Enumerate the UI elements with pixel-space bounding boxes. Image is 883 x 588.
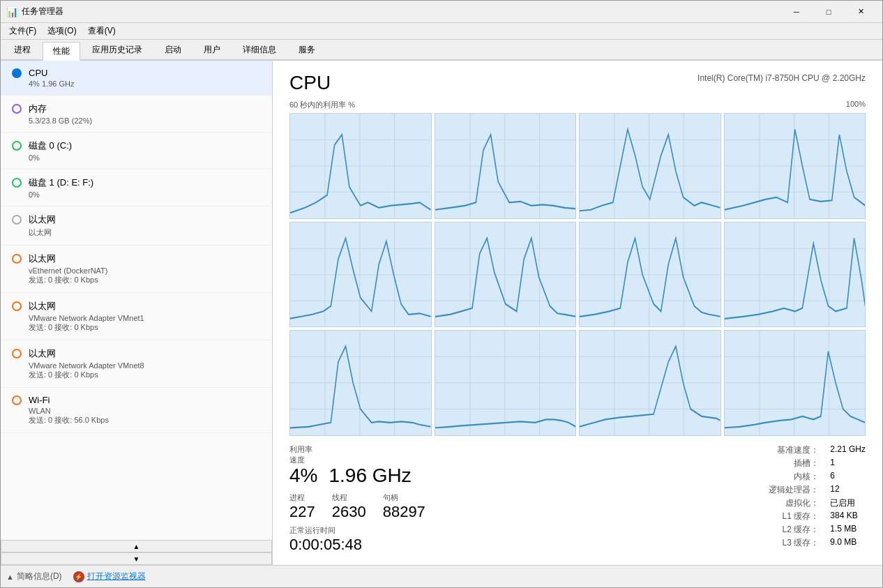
chart-max: 100% bbox=[846, 100, 866, 110]
cpu-graph-9 bbox=[435, 330, 577, 436]
uptime-label: 正常运行时间 bbox=[289, 525, 425, 536]
sidebar-item-ethernet-name: 以太网 bbox=[29, 213, 56, 226]
sidebar-item-disk1[interactable]: 磁盘 1 (D: E: F:) 0% bbox=[1, 169, 272, 206]
sidebar-item-wifi-detail: WLAN bbox=[29, 407, 261, 415]
sidebar-item-vmnet8-detail: VMware Network Adapter VMnet8 bbox=[29, 361, 261, 370]
sidebar-item-vmnet1[interactable]: 以太网 VMware Network Adapter VMnet1 发送: 0 … bbox=[1, 293, 272, 340]
sidebar-item-cpu-header: CPU bbox=[12, 68, 261, 78]
processes-value: 227 bbox=[289, 503, 315, 521]
ethernet-status-dot bbox=[12, 215, 22, 225]
tab-users[interactable]: 用户 bbox=[193, 40, 231, 59]
chevron-up-icon: ▲ bbox=[6, 573, 14, 581]
menu-view[interactable]: 查看(V) bbox=[82, 24, 121, 38]
sidebar-item-disk0-detail: 0% bbox=[29, 153, 261, 162]
close-button[interactable]: ✕ bbox=[845, 1, 877, 23]
tab-processes[interactable]: 进程 bbox=[3, 40, 41, 59]
sidebar-item-cpu-detail: 4% 1.96 GHz bbox=[29, 80, 261, 88]
cpu-graph-6 bbox=[579, 222, 721, 328]
task-manager-window: 📊 任务管理器 ─ □ ✕ 文件(F) 选项(O) 查看(V) 进程 性能 应用… bbox=[0, 0, 883, 588]
sidebar-item-vethernet-docker-detail2: 发送: 0 接收: 0 Kbps bbox=[29, 275, 261, 285]
l1-value: 384 KB bbox=[830, 511, 866, 522]
sidebar-item-wifi-detail2: 发送: 0 接收: 56.0 Kbps bbox=[29, 415, 261, 425]
tab-details[interactable]: 详细信息 bbox=[232, 40, 287, 59]
cpu-graph-5 bbox=[435, 222, 577, 328]
sidebar-scroll[interactable]: CPU 4% 1.96 GHz 内存 5.3/23.8 GB (22%) bbox=[1, 61, 272, 540]
tabbar: 进程 性能 应用历史记录 启动 用户 详细信息 服务 bbox=[1, 40, 882, 61]
cpu-graph-8 bbox=[289, 330, 432, 436]
sidebar-item-wifi[interactable]: Wi-Fi WLAN 发送: 0 接收: 56.0 Kbps bbox=[1, 388, 272, 433]
memory-status-dot bbox=[12, 104, 22, 114]
tab-app-history[interactable]: 应用历史记录 bbox=[82, 40, 153, 59]
speed-value-group: 1.96 GHz bbox=[329, 465, 411, 487]
sidebar-item-wifi-header: Wi-Fi bbox=[12, 395, 261, 405]
sidebar-item-cpu[interactable]: CPU 4% 1.96 GHz bbox=[1, 61, 272, 96]
sidebar-item-disk0-header: 磁盘 0 (C:) bbox=[12, 140, 261, 152]
maximize-button[interactable]: □ bbox=[813, 1, 845, 23]
specs-grid: 基准速度： 2.21 GHz 插槽： 1 内核： 6 逻辑处理器： 12 虚拟化… bbox=[735, 444, 866, 554]
sidebar-item-vmnet1-name: 以太网 bbox=[29, 300, 56, 312]
sidebar-item-vethernet-docker-detail: vEthernet (DockerNAT) bbox=[29, 266, 261, 275]
handles-group: 句柄 88297 bbox=[383, 492, 425, 521]
menu-options[interactable]: 选项(O) bbox=[42, 24, 82, 38]
resource-monitor-icon: ⚡ bbox=[73, 571, 84, 582]
detail-title: CPU bbox=[289, 72, 331, 94]
cpu-graph-3 bbox=[724, 113, 866, 219]
stats-section: 利用率 速度 4% 1.96 GHz bbox=[289, 444, 866, 554]
cpu-graph-1 bbox=[435, 113, 577, 219]
cpu-graph-11 bbox=[724, 330, 866, 436]
menu-file[interactable]: 文件(F) bbox=[3, 24, 42, 38]
monitor-label: 打开资源监视器 bbox=[87, 571, 146, 582]
virt-label: 虚拟化： bbox=[735, 497, 819, 509]
processes-label: 进程 bbox=[289, 492, 315, 503]
utilization-value: 4% bbox=[289, 465, 317, 486]
sidebar-item-vethernet-docker-header: 以太网 bbox=[12, 252, 261, 265]
sockets-label: 插槽： bbox=[735, 458, 819, 469]
sidebar-item-vethernet-docker[interactable]: 以太网 vEthernet (DockerNAT) 发送: 0 接收: 0 Kb… bbox=[1, 246, 272, 293]
titlebar: 📊 任务管理器 ─ □ ✕ bbox=[1, 1, 882, 23]
threads-label: 线程 bbox=[332, 492, 366, 503]
scroll-up-arrow[interactable]: ▲ bbox=[1, 540, 272, 552]
scroll-down-arrow[interactable]: ▼ bbox=[1, 552, 272, 565]
minimize-button[interactable]: ─ bbox=[780, 1, 813, 23]
utilization-label: 利用率 bbox=[289, 444, 425, 455]
l3-label: L3 缓存： bbox=[735, 537, 819, 549]
resource-monitor-link[interactable]: ⚡ 打开资源监视器 bbox=[73, 571, 146, 582]
sidebar-item-memory-detail: 5.3/23.8 GB (22%) bbox=[29, 116, 261, 125]
app-icon: 📊 bbox=[6, 6, 17, 17]
sidebar-item-memory-header: 内存 bbox=[12, 103, 261, 115]
sidebar-item-vmnet8-header: 以太网 bbox=[12, 347, 261, 360]
l3-value: 9.0 MB bbox=[830, 537, 866, 549]
vmnet8-status-dot bbox=[12, 349, 22, 359]
cpu-graph-10 bbox=[579, 330, 721, 436]
wifi-status-dot bbox=[12, 395, 22, 405]
speed-label: 速度 bbox=[289, 455, 425, 465]
sidebar-item-memory[interactable]: 内存 5.3/23.8 GB (22%) bbox=[1, 96, 272, 133]
sockets-value: 1 bbox=[830, 458, 866, 469]
stats-left: 利用率 速度 4% 1.96 GHz bbox=[289, 444, 735, 554]
logical-label: 逻辑处理器： bbox=[735, 484, 819, 496]
detail-header: CPU Intel(R) Core(TM) i7-8750H CPU @ 2.2… bbox=[289, 72, 866, 94]
sidebar-item-ethernet-header: 以太网 bbox=[12, 213, 261, 226]
tab-performance[interactable]: 性能 bbox=[43, 42, 80, 61]
handles-value: 88297 bbox=[383, 503, 425, 521]
tab-services[interactable]: 服务 bbox=[288, 40, 326, 59]
sidebar-item-cpu-name: CPU bbox=[29, 68, 47, 78]
sidebar-item-disk1-name: 磁盘 1 (D: E: F:) bbox=[29, 176, 93, 189]
cpu-graph-0 bbox=[289, 113, 432, 219]
chart-label: 60 秒内的利用率 % bbox=[289, 100, 355, 110]
base-speed-label: 基准速度： bbox=[735, 444, 819, 456]
sidebar-item-disk1-header: 磁盘 1 (D: E: F:) bbox=[12, 176, 261, 189]
sidebar-item-disk0-name: 磁盘 0 (C:) bbox=[29, 140, 72, 152]
sidebar-item-vmnet8-name: 以太网 bbox=[29, 347, 56, 360]
summary-info-link[interactable]: ▲ 简略信息(D) bbox=[6, 571, 62, 582]
sidebar-item-vmnet1-header: 以太网 bbox=[12, 300, 261, 312]
tab-startup[interactable]: 启动 bbox=[154, 40, 192, 59]
detail-subtitle: Intel(R) Core(TM) i7-8750H CPU @ 2.20GHz bbox=[697, 72, 866, 85]
sidebar-item-wifi-name: Wi-Fi bbox=[29, 395, 50, 405]
sidebar-item-disk0[interactable]: 磁盘 0 (C:) 0% bbox=[1, 133, 272, 169]
cpu-graph-4 bbox=[289, 222, 432, 328]
sidebar-item-vmnet8[interactable]: 以太网 VMware Network Adapter VMnet8 发送: 0 … bbox=[1, 340, 272, 388]
sidebar-item-ethernet[interactable]: 以太网 以太网 bbox=[1, 206, 272, 246]
processes-group: 进程 227 bbox=[289, 492, 315, 521]
cpu-graphs-grid bbox=[289, 113, 866, 436]
